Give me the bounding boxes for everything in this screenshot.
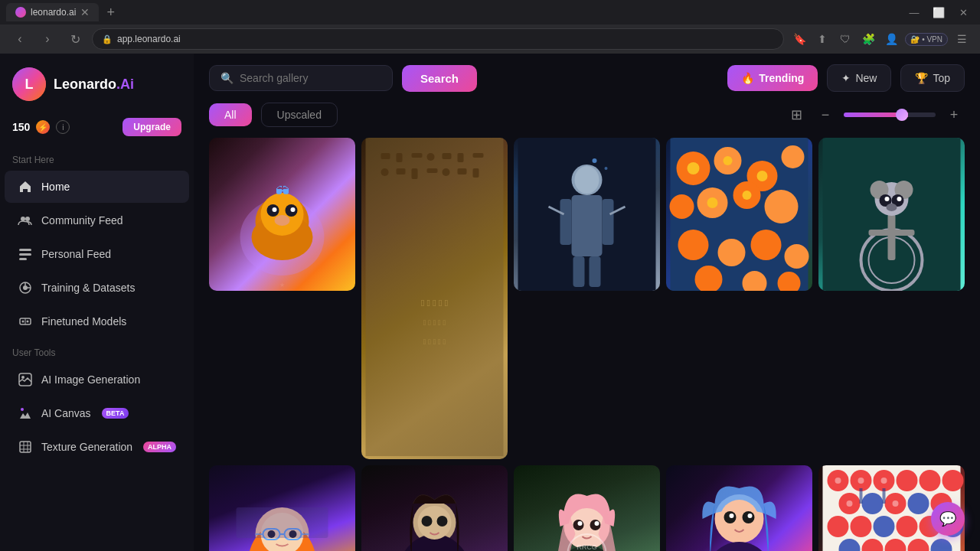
slider-thumb[interactable] (896, 109, 908, 121)
svg-rect-4 (19, 249, 31, 251)
window-close-button[interactable]: ✕ (952, 2, 974, 23)
gallery-item-1[interactable]: 🕶 ★ ⌘ ⤢ (209, 138, 355, 291)
overlay-actions-3: ⌘ / ⤢ (576, 144, 654, 167)
overlay-expand-btn-10[interactable]: ⤢ (936, 471, 959, 494)
shield-button[interactable]: 🛡 (836, 30, 854, 48)
gallery-item-9[interactable]: ⌘ ⤢ (666, 465, 812, 551)
grid-controls: ⊞ − + (786, 104, 965, 126)
logo-svg: L (12, 67, 46, 101)
tab-bar: leonardo.ai ✕ + — ⬜ ✕ (0, 0, 980, 24)
sidebar-item-home[interactable]: Home (5, 171, 189, 203)
gallery-item-5[interactable]: ⌘ ⤢ (818, 138, 965, 291)
zoom-out-button[interactable]: − (815, 104, 836, 126)
gallery-item-3[interactable]: ⌘ / ⤢ (514, 138, 660, 291)
overlay-expand-btn-4[interactable]: ⤢ (783, 144, 806, 167)
overlay-actions-4: ⌘ ⤢ (756, 144, 806, 167)
sidebar-item-label-texture: Texture Generation (41, 441, 132, 453)
back-button[interactable]: ‹ (9, 28, 31, 50)
overlay-slash-btn-7[interactable]: / (451, 471, 474, 494)
sidebar-item-personal-feed[interactable]: Personal Feed (5, 238, 189, 270)
bookmark-button[interactable]: 🔖 (790, 30, 808, 48)
sidebar-item-label-personal: Personal Feed (41, 248, 111, 260)
sidebar-item-finetuned[interactable]: Finetuned Models (5, 305, 189, 337)
new-button[interactable]: ✦ New (827, 64, 891, 92)
search-input[interactable] (240, 72, 381, 84)
overlay-command-btn-10[interactable]: ⌘ (908, 471, 931, 494)
new-tab-button[interactable]: + (102, 3, 119, 22)
canvas-beta-badge: BETA (102, 408, 129, 419)
window-maximize-button[interactable]: ⬜ (928, 2, 949, 23)
overlay-command-btn-5[interactable]: ⌘ (908, 144, 931, 167)
search-button[interactable]: Search (402, 65, 477, 92)
search-box-icon: 🔍 (220, 72, 234, 84)
gallery-item-7[interactable]: / ⤢ (361, 465, 508, 551)
gallery-item-6[interactable]: ⌘ / ⤢ (209, 465, 355, 551)
overlay-expand-btn-2[interactable]: ⤢ (479, 144, 501, 167)
sidebar-toggle-button[interactable]: ☰ (952, 30, 971, 48)
profile-button[interactable]: 👤 (882, 30, 900, 48)
main-content: 🔍 Search 🔥 Trending ✦ New 🏆 Top All Upsc… (194, 54, 980, 551)
top-button[interactable]: 🏆 Top (900, 64, 965, 92)
overlay-expand-btn-9[interactable]: ⤢ (783, 471, 806, 494)
trending-button[interactable]: 🔥 Trending (727, 65, 818, 91)
search-box[interactable]: 🔍 (209, 65, 393, 91)
overlay-expand-btn-7[interactable]: ⤢ (479, 471, 501, 494)
sidebar-item-texture[interactable]: Texture Generation ALPHA (5, 431, 189, 463)
overlay-command-btn-3[interactable]: ⌘ (576, 144, 599, 167)
grid-view-button[interactable]: ⊞ (786, 104, 807, 126)
overlay-expand-btn-5[interactable]: ⤢ (936, 144, 959, 167)
overlay-slash-btn-3[interactable]: / (603, 144, 626, 167)
personal-feed-icon (17, 246, 34, 262)
overlay-expand-btn-8[interactable]: ⤢ (631, 471, 654, 494)
overlay-expand-btn-6[interactable]: ⤢ (326, 471, 349, 494)
sidebar-item-training[interactable]: Training & Datasets (5, 272, 189, 304)
browser-controls: ‹ › ↻ 🔒 app.leonardo.ai 🔖 ⬆ 🛡 🧩 👤 🔐 • VP… (0, 24, 980, 54)
sidebar-item-community-feed[interactable]: Community Feed (5, 204, 189, 236)
overlay-command-btn-9[interactable]: ⌘ (756, 471, 779, 494)
overlay-command-btn-4[interactable]: ⌘ (756, 144, 779, 167)
svg-rect-18 (20, 442, 31, 452)
chat-button[interactable]: 💬 (931, 502, 965, 536)
overlay-actions-8: ⌘ / ⤢ (576, 471, 654, 494)
size-slider[interactable] (844, 112, 936, 117)
vpn-label: • VPN (922, 35, 942, 44)
extensions-button[interactable]: 🧩 (859, 30, 877, 48)
ai-canvas-icon (17, 405, 34, 422)
active-tab[interactable]: leonardo.ai ✕ (6, 3, 99, 21)
overlay-expand-btn-1[interactable]: ⤢ (326, 144, 349, 167)
gallery-item-2[interactable]: 𓂀 𓃀 𓅃 𓆑 𓇋 𓈖 𓉐 𓊪 𓋴 𓌀 𓍯 𓎢 𓏏 𓐟 𓑀 ⌘ ⤢ (361, 138, 508, 459)
reload-button[interactable]: ↻ (64, 28, 86, 50)
svg-point-3 (25, 217, 30, 221)
vpn-icon: 🔐 (910, 35, 920, 44)
overlay-expand-btn-3[interactable]: ⤢ (631, 144, 654, 167)
slider-track[interactable] (844, 112, 936, 117)
top-toolbar: 🔍 Search 🔥 Trending ✦ New 🏆 Top (194, 54, 980, 103)
overlay-command-btn-6[interactable]: ⌘ (271, 471, 294, 494)
share-button[interactable]: ⬆ (813, 30, 831, 48)
forward-button[interactable]: › (37, 28, 58, 50)
sidebar-item-label-finetuned: Finetuned Models (41, 315, 126, 328)
address-bar[interactable]: 🔒 app.leonardo.ai (92, 28, 784, 50)
zoom-in-button[interactable]: + (943, 104, 965, 126)
gallery-item-4[interactable]: ⌘ ⤢ (666, 138, 812, 291)
svg-point-17 (21, 408, 24, 411)
upgrade-button[interactable]: Upgrade (122, 118, 181, 136)
sidebar-item-ai-canvas[interactable]: AI Canvas BETA (5, 397, 189, 429)
svg-point-2 (21, 217, 25, 221)
overlay-command-btn-8[interactable]: ⌘ (576, 471, 599, 494)
filter-upscaled-button[interactable]: Upscaled (261, 103, 338, 127)
gallery-item-8[interactable]: RRCG 人人素材 ⌘ / ⤢ (514, 465, 660, 551)
window-minimize-button[interactable]: — (903, 2, 925, 23)
overlay-slash-btn-6[interactable]: / (299, 471, 322, 494)
overlay-command-btn-1[interactable]: ⌘ (299, 144, 322, 167)
filter-all-button[interactable]: All (209, 103, 252, 126)
overlay-slash-btn-8[interactable]: / (603, 471, 626, 494)
overlay-command-btn-2[interactable]: ⌘ (451, 144, 474, 167)
token-info-button[interactable]: i (56, 120, 70, 134)
sidebar-item-ai-image[interactable]: AI Image Generation (5, 364, 189, 396)
token-row: 150 ⚡ i Upgrade (0, 115, 194, 145)
tab-close-button[interactable]: ✕ (80, 6, 90, 18)
browser-chrome: leonardo.ai ✕ + — ⬜ ✕ ‹ › ↻ 🔒 app.leonar… (0, 0, 980, 54)
new-label: New (855, 72, 877, 84)
overlay-actions-7: / ⤢ (451, 471, 501, 494)
